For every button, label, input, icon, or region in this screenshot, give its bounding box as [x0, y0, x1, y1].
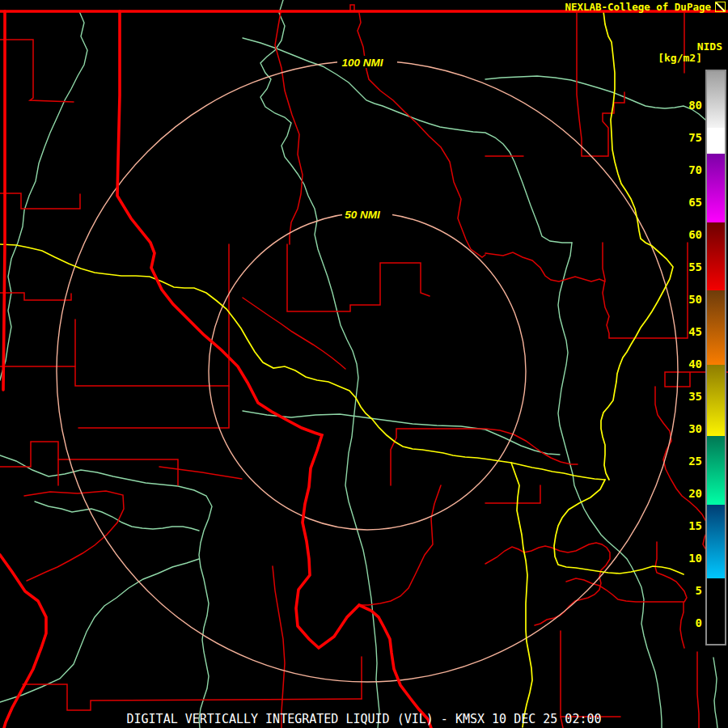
layer-highways [0, 11, 684, 727]
radar-display: 100 NMI50 NMI NEXLAB-College of DuPage N… [0, 0, 728, 728]
colorbar-tick-40: 40 [688, 357, 702, 371]
colorbar-tick-15: 15 [688, 518, 702, 533]
colorbar-title: NIDS [kg/m2] [658, 41, 722, 64]
colorbar-tick-20: 20 [688, 486, 702, 501]
colorbar-title-units: [kg/m2] [658, 53, 722, 64]
colorbar-tick-70: 70 [688, 163, 702, 177]
colorbar-tick-60: 60 [688, 227, 702, 242]
colorbar-tick-35: 35 [688, 389, 702, 404]
radar-map-canvas: 100 NMI50 NMI [0, 0, 728, 728]
colorbar-title-units-system: NIDS [658, 41, 722, 53]
vil-colorbar [705, 70, 726, 645]
colorbar-tick-30: 30 [688, 421, 702, 436]
range-ring [57, 61, 678, 682]
range-ring-label: 50 NMI [345, 209, 380, 221]
colorbar-tick-75: 75 [688, 130, 702, 145]
colorbar-tick-0: 0 [696, 616, 702, 630]
colorbar-tick-10: 10 [688, 551, 702, 565]
site-brand: NEXLAB-College of DuPage [565, 1, 726, 13]
range-ring-label: 100 NMI [341, 57, 383, 69]
colorbar-tick-5: 5 [696, 583, 702, 598]
colorbar-tick-55: 55 [688, 260, 702, 274]
layer-range-rings [57, 61, 678, 682]
broken-image-icon [715, 2, 726, 12]
colorbar-tick-80: 80 [688, 98, 702, 112]
vil-colorbar-gradient [707, 71, 725, 644]
product-caption: DIGITAL VERTICALLY INTEGRATED LIQUID (VI… [0, 712, 728, 726]
range-ring [209, 213, 526, 530]
colorbar-tick-45: 45 [688, 324, 702, 339]
colorbar-tick-50: 50 [688, 292, 702, 307]
colorbar-tick-25: 25 [688, 454, 702, 468]
colorbar-tick-65: 65 [688, 195, 702, 210]
brand-text: NEXLAB-College of DuPage [565, 1, 711, 13]
